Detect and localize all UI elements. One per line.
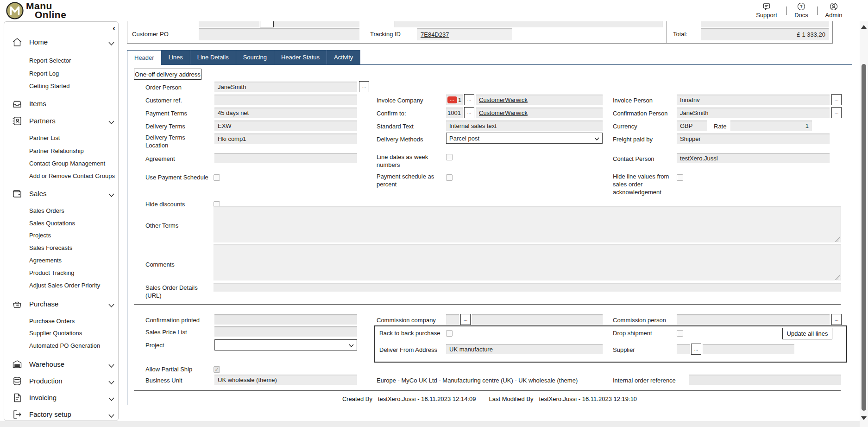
commission-person-field[interactable] (677, 314, 830, 325)
order-person-lookup-button[interactable]: ... (359, 81, 369, 92)
sidebar-item-automated-po-generation[interactable]: Automated PO Generation (29, 342, 117, 349)
chevron-down-icon[interactable] (108, 395, 114, 403)
customer-po-input[interactable] (199, 28, 359, 40)
sidebar-item-getting-started[interactable]: Getting Started (29, 83, 117, 89)
supplier-field[interactable] (703, 344, 794, 354)
docs-nav[interactable]: ? Docs (786, 2, 816, 19)
payment-schedule-percent-checkbox[interactable] (446, 174, 453, 181)
sidebar-item-sales-orders[interactable]: Sales Orders (29, 207, 117, 214)
admin-nav[interactable]: Admin (819, 2, 849, 19)
invoice-company-code-field[interactable]: ...1 (446, 95, 463, 105)
scroll-up-icon[interactable] (861, 25, 867, 29)
sidebar-item-sales[interactable]: Sales (4, 189, 118, 200)
sidebar-item-report-log[interactable]: Report Log (29, 70, 117, 77)
sidebar-item-production[interactable]: Production (4, 376, 118, 387)
sidebar-item-items[interactable]: Items (4, 99, 118, 110)
sidebar-item-invoicing[interactable]: Invoicing (4, 393, 118, 404)
confirmation-person-lookup-button[interactable]: ... (831, 107, 842, 118)
sidebar-item-warehouse[interactable]: Warehouse (4, 359, 118, 370)
tracking-id-link[interactable]: 7E84D237 (421, 31, 449, 38)
other-terms-textarea[interactable] (214, 206, 841, 242)
customer-ref-field[interactable] (214, 95, 357, 105)
chevron-down-icon[interactable] (108, 361, 114, 370)
tab-lines[interactable]: Lines (162, 50, 190, 64)
sales-order-details-url-field[interactable] (214, 283, 841, 292)
chevron-down-icon[interactable] (108, 118, 114, 126)
confirmation-person-field[interactable]: JaneSmith (677, 108, 830, 118)
confirm-to-link[interactable]: CustomerWarwick (479, 109, 528, 116)
project-select[interactable] (214, 339, 357, 351)
tab-sourcing[interactable]: Sourcing (236, 50, 274, 64)
commission-company-lookup-button[interactable]: ... (460, 314, 471, 325)
collapse-sidebar-icon[interactable]: ‹ (113, 25, 115, 31)
chevron-down-icon[interactable] (108, 378, 114, 386)
agreement-field[interactable] (214, 153, 357, 163)
delivery-methods-select[interactable]: Parcel post (446, 133, 603, 144)
scrollbar-thumb[interactable] (862, 64, 866, 411)
invoice-person-field[interactable]: IrinaInv (677, 95, 830, 105)
rate-field[interactable]: 1 (730, 121, 812, 131)
commission-company-code-field[interactable] (446, 314, 459, 325)
allow-partial-ship-checkbox[interactable]: ✓ (214, 366, 220, 373)
commission-person-lookup-button[interactable]: ... (831, 314, 842, 325)
confirm-to-code-field[interactable]: 1001 (446, 108, 463, 118)
use-payment-schedule-checkbox[interactable] (214, 174, 220, 181)
contact-person-field[interactable]: testXero.Jussi (677, 153, 830, 163)
sidebar-item-sales-forecasts[interactable]: Sales Forecasts (29, 244, 117, 251)
vertical-scrollbar[interactable] (860, 21, 868, 427)
confirm-to-lookup-button[interactable]: ... (464, 107, 474, 118)
sidebar-item-report-selector[interactable]: Report Selector (29, 57, 117, 64)
sidebar-item-adjust-sales-order-priority[interactable]: Adjust Sales Order Priority (29, 282, 117, 289)
standard-text-field[interactable]: Internal sales text (446, 121, 603, 131)
back-to-back-purchase-checkbox[interactable] (446, 330, 453, 337)
tab-header[interactable]: Header (127, 50, 162, 65)
chevron-down-icon[interactable] (108, 39, 114, 47)
sidebar-item-agreements[interactable]: Agreements (29, 257, 117, 264)
payment-terms-field[interactable]: 45 days net (214, 108, 357, 118)
comments-textarea[interactable] (214, 244, 841, 280)
sidebar-item-sales-quotations[interactable]: Sales Quotations (29, 220, 117, 227)
chevron-down-icon[interactable] (108, 411, 114, 420)
update-all-lines-button[interactable]: Update all lines (782, 328, 832, 339)
line-dates-week-numbers-checkbox[interactable] (446, 154, 453, 160)
invoice-company-link[interactable]: CustomerWarwick (479, 96, 528, 103)
tab-header-status[interactable]: Header Status (274, 50, 327, 64)
sidebar-item-partners[interactable]: Partners (4, 116, 118, 127)
hide-line-values-checkbox[interactable] (677, 174, 683, 181)
sidebar-item-supplier-quotations[interactable]: Supplier Quotations (29, 330, 117, 337)
currency-field[interactable]: GBP (677, 121, 707, 131)
scroll-down-icon[interactable] (861, 416, 867, 420)
deliver-from-address-field[interactable]: UK manufacture (446, 344, 603, 354)
support-nav[interactable]: Support (752, 2, 781, 19)
invoice-person-lookup-button[interactable]: ... (831, 94, 842, 105)
drop-shipment-checkbox[interactable] (677, 330, 683, 337)
sidebar-item-purchase-orders[interactable]: Purchase Orders (29, 318, 117, 325)
resize-grip-icon[interactable] (835, 275, 840, 280)
chevron-down-icon[interactable] (108, 301, 114, 309)
sidebar-item-contact-group-management[interactable]: Contact Group Management (29, 160, 117, 167)
delivery-terms-field[interactable]: EXW (214, 121, 357, 131)
sidebar-item-add-remove-contact-groups[interactable]: Add or Remove Contact Groups (29, 172, 117, 179)
resize-grip-icon[interactable] (835, 237, 840, 242)
supplier-code-field[interactable] (677, 344, 690, 354)
delivery-terms-location-field[interactable]: Hki comp1 (214, 134, 357, 144)
sidebar-item-purchase[interactable]: Purchase (4, 299, 118, 310)
manu-online-logo[interactable]: ManuOnline (6, 1, 66, 22)
sidebar-item-product-tracking[interactable]: Product Tracking (29, 269, 117, 276)
sidebar-item-partner-list[interactable]: Partner List (29, 134, 117, 141)
sidebar-item-partner-relationship[interactable]: Partner Relationship (29, 147, 117, 154)
order-person-field[interactable]: JaneSmith (214, 82, 357, 92)
freight-paid-by-field[interactable]: Shipper (677, 134, 830, 144)
commission-company-field[interactable] (472, 314, 603, 325)
sidebar-item-factory-setup[interactable]: Factory setup (4, 409, 118, 421)
internal-order-reference-field[interactable] (689, 375, 841, 385)
sidebar-item-projects[interactable]: Projects (29, 232, 117, 239)
supplier-lookup-button[interactable]: ... (691, 344, 701, 355)
tab-activity[interactable]: Activity (327, 50, 360, 64)
chevron-down-icon[interactable] (108, 191, 114, 199)
tab-line-details[interactable]: Line Details (190, 50, 236, 64)
one-off-delivery-address-button[interactable]: One-off delivery address (134, 69, 201, 80)
sidebar-item-home[interactable]: Home (4, 37, 118, 48)
invoice-company-lookup-button[interactable]: ... (464, 94, 474, 105)
business-unit-field[interactable]: UK wholesale (theme) (214, 375, 357, 385)
